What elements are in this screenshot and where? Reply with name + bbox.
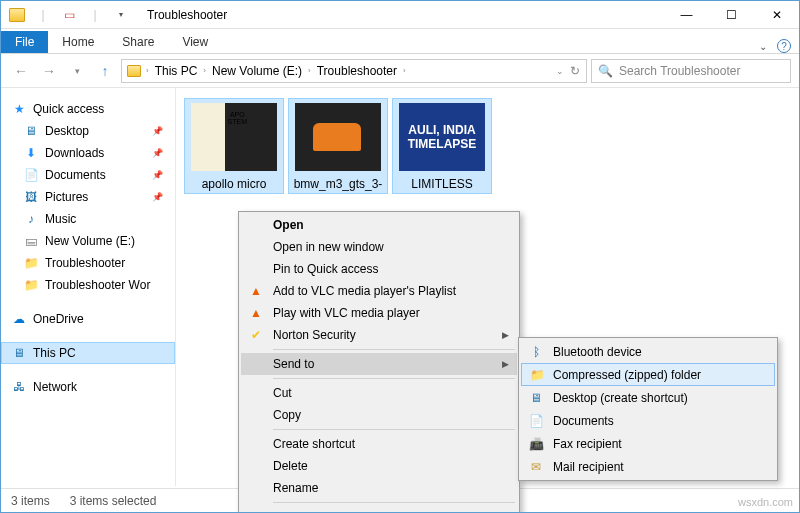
menu-open[interactable]: Open: [241, 214, 517, 236]
bluetooth-icon: ᛒ: [527, 343, 545, 361]
sidebar-network[interactable]: 🖧Network: [1, 376, 175, 398]
thumbnail: [191, 103, 277, 171]
breadcrumb-sep: ›: [146, 66, 149, 75]
norton-icon: ✔: [247, 326, 265, 344]
sidebar-this-pc[interactable]: 🖥This PC: [1, 342, 175, 364]
breadcrumb[interactable]: This PC: [153, 64, 200, 78]
properties-icon[interactable]: ▭: [57, 4, 81, 26]
address-bar[interactable]: › This PC › New Volume (E:) › Troublesho…: [121, 59, 587, 83]
tab-file[interactable]: File: [1, 31, 48, 53]
recent-dropdown[interactable]: ▾: [65, 59, 89, 83]
sidebar-label: Troubleshooter: [45, 256, 125, 270]
qat-dropdown-icon[interactable]: ▾: [109, 4, 133, 26]
sidebar-item-pictures[interactable]: 🖼Pictures📌: [1, 186, 175, 208]
breadcrumb[interactable]: New Volume (E:): [210, 64, 304, 78]
menu-create-shortcut[interactable]: Create shortcut: [241, 433, 517, 455]
vlc-icon: ▲: [247, 282, 265, 300]
search-placeholder: Search Troubleshooter: [619, 64, 740, 78]
maximize-button[interactable]: ☐: [709, 1, 754, 29]
sendto-desktop[interactable]: 🖥Desktop (create shortcut): [521, 386, 775, 409]
sidebar-label: Troubleshooter Wor: [45, 278, 150, 292]
menu-label: Bluetooth device: [553, 345, 642, 359]
sidebar-onedrive[interactable]: ☁OneDrive: [1, 308, 175, 330]
fax-icon: 📠: [527, 435, 545, 453]
menu-send-to[interactable]: Send to▶: [241, 353, 517, 375]
refresh-icon[interactable]: ↻: [570, 64, 580, 78]
close-button[interactable]: ✕: [754, 1, 799, 29]
network-icon: 🖧: [11, 379, 27, 395]
breadcrumb[interactable]: Troubleshooter: [315, 64, 399, 78]
sidebar-item-troubleshooter[interactable]: 📁Troubleshooter: [1, 252, 175, 274]
folder-icon[interactable]: [5, 4, 29, 26]
menu-delete[interactable]: Delete: [241, 455, 517, 477]
ribbon-collapse-icon[interactable]: ⌄: [759, 41, 767, 52]
folder-icon: 📁: [23, 277, 39, 293]
menu-label: Pin to Quick access: [273, 262, 378, 276]
star-icon: ★: [11, 101, 27, 117]
pin-icon: 📌: [152, 126, 163, 136]
sendto-bluetooth[interactable]: ᛒBluetooth device: [521, 340, 775, 363]
sidebar-item-desktop[interactable]: 🖥Desktop📌: [1, 120, 175, 142]
menu-pin-quick-access[interactable]: Pin to Quick access: [241, 258, 517, 280]
menu-label: Compressed (zipped) folder: [553, 368, 701, 382]
sidebar-item-troubleshooter-wor[interactable]: 📁Troubleshooter Wor: [1, 274, 175, 296]
pc-icon: 🖥: [11, 345, 27, 361]
menu-vlc-play[interactable]: ▲Play with VLC media player: [241, 302, 517, 324]
documents-icon: 📄: [527, 412, 545, 430]
title-bar: | ▭ | ▾ Troubleshooter — ☐ ✕: [1, 1, 799, 29]
menu-label: Open in new window: [273, 240, 384, 254]
breadcrumb-sep: ›: [308, 66, 311, 75]
file-item[interactable]: AULI, INDIA TIMELAPSE LIMITLESS: [392, 98, 492, 194]
menu-label: Norton Security: [273, 328, 356, 342]
mail-icon: ✉: [527, 458, 545, 476]
music-icon: ♪: [23, 211, 39, 227]
menu-properties[interactable]: Properties: [241, 506, 517, 513]
sendto-compressed-folder[interactable]: 📁Compressed (zipped) folder: [521, 363, 775, 386]
menu-label: Copy: [273, 408, 301, 422]
tab-home[interactable]: Home: [48, 31, 108, 53]
qat-sep2: |: [83, 4, 107, 26]
ribbon-tabs: File Home Share View ⌄ ?: [1, 29, 799, 54]
sidebar-item-drive[interactable]: 🖴New Volume (E:): [1, 230, 175, 252]
minimize-button[interactable]: —: [664, 1, 709, 29]
drive-icon: 🖴: [23, 233, 39, 249]
menu-label: Fax recipient: [553, 437, 622, 451]
forward-button[interactable]: →: [37, 59, 61, 83]
menu-separator: [273, 378, 515, 379]
menu-label: Rename: [273, 481, 318, 495]
menu-norton[interactable]: ✔Norton Security▶: [241, 324, 517, 346]
thumb-text: AULI, INDIA TIMELAPSE: [399, 123, 485, 152]
menu-label: Desktop (create shortcut): [553, 391, 688, 405]
search-input[interactable]: 🔍 Search Troubleshooter: [591, 59, 791, 83]
vlc-icon: ▲: [247, 304, 265, 322]
sendto-mail[interactable]: ✉Mail recipient: [521, 455, 775, 478]
window-controls: — ☐ ✕: [664, 1, 799, 29]
thumbnail: [295, 103, 381, 171]
menu-cut[interactable]: Cut: [241, 382, 517, 404]
tab-view[interactable]: View: [168, 31, 222, 53]
sidebar-item-music[interactable]: ♪Music: [1, 208, 175, 230]
qat-sep: |: [31, 4, 55, 26]
menu-copy[interactable]: Copy: [241, 404, 517, 426]
menu-vlc-playlist[interactable]: ▲Add to VLC media player's Playlist: [241, 280, 517, 302]
menu-rename[interactable]: Rename: [241, 477, 517, 499]
menu-open-new-window[interactable]: Open in new window: [241, 236, 517, 258]
sidebar-label: This PC: [33, 346, 76, 360]
submenu-arrow-icon: ▶: [502, 330, 509, 340]
menu-label: Add to VLC media player's Playlist: [273, 284, 456, 298]
sidebar-item-downloads[interactable]: ⬇Downloads📌: [1, 142, 175, 164]
breadcrumb-sep: ›: [203, 66, 206, 75]
desktop-icon: 🖥: [527, 389, 545, 407]
menu-label: Documents: [553, 414, 614, 428]
sendto-fax[interactable]: 📠Fax recipient: [521, 432, 775, 455]
help-icon[interactable]: ?: [777, 39, 791, 53]
sidebar-quick-access[interactable]: ★Quick access: [1, 98, 175, 120]
file-item[interactable]: bmw_m3_gts_3-: [288, 98, 388, 194]
sidebar-item-documents[interactable]: 📄Documents📌: [1, 164, 175, 186]
dropdown-icon[interactable]: ⌄: [556, 66, 564, 76]
tab-share[interactable]: Share: [108, 31, 168, 53]
sendto-documents[interactable]: 📄Documents: [521, 409, 775, 432]
back-button[interactable]: ←: [9, 59, 33, 83]
up-button[interactable]: ↑: [93, 59, 117, 83]
file-item[interactable]: apollo micro: [184, 98, 284, 194]
